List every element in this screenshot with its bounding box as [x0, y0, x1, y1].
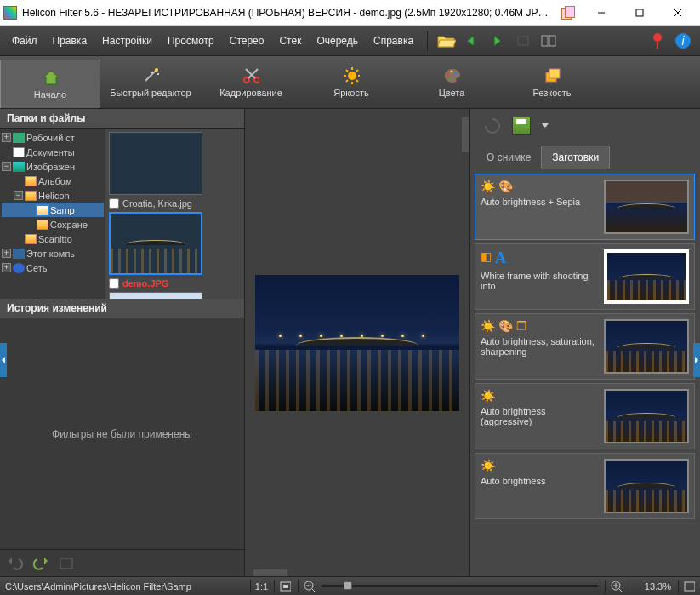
horizontal-scrollbar[interactable]: [253, 569, 287, 576]
fullscreen-button[interactable]: [678, 580, 695, 593]
sun-icon: [343, 67, 360, 84]
svg-line-21: [346, 70, 348, 72]
right-edge-handle[interactable]: [693, 343, 700, 377]
thumbnail-image: [109, 212, 202, 275]
preset-item[interactable]: ◧ A White frame with shooting info: [475, 243, 695, 310]
open-folder-icon[interactable]: [435, 29, 458, 53]
menu-stereo[interactable]: Стерео: [223, 31, 271, 50]
tree-pictures[interactable]: −Изображен: [2, 159, 104, 174]
forward-arrow-icon[interactable]: [486, 29, 509, 53]
tree-computer[interactable]: +Этот компь: [2, 246, 104, 260]
zoom-out-button[interactable]: [298, 580, 315, 593]
menu-stack[interactable]: Стек: [272, 31, 308, 50]
history-header: История изменений: [0, 299, 244, 318]
tab-presets[interactable]: Заготовки: [541, 146, 610, 169]
menu-file[interactable]: Файл: [5, 31, 44, 50]
tab-start[interactable]: Начало: [0, 60, 100, 108]
folder-browser: +Рабочий ст Документы −Изображен Альбом …: [0, 129, 244, 299]
preset-thumbnail: [604, 249, 689, 304]
zoom-slider[interactable]: [322, 585, 598, 587]
menu-view[interactable]: Просмотр: [161, 31, 221, 50]
redo-icon[interactable]: [32, 556, 49, 571]
thumbnail-checkbox[interactable]: [109, 198, 119, 209]
tab-about-image[interactable]: О снимке: [476, 146, 541, 169]
pin-icon[interactable]: [646, 29, 669, 53]
tab-quick-editor[interactable]: Быстрый редактор: [100, 56, 201, 108]
menu-help[interactable]: Справка: [367, 31, 420, 50]
tree-network[interactable]: +Сеть: [2, 260, 104, 275]
right-tabs: О снимке Заготовки: [470, 143, 700, 169]
vertical-scrollbar[interactable]: [462, 117, 469, 152]
maximize-button[interactable]: [620, 1, 658, 25]
tab-sharpness[interactable]: Резкость: [502, 56, 602, 108]
presets-list[interactable]: ☀️ 🎨 Auto brightness + Sepia ◧ A White f…: [470, 169, 700, 576]
folders-header: Папки и файлы: [0, 109, 244, 129]
zoom-slider-knob[interactable]: [344, 581, 352, 590]
info-icon[interactable]: i: [671, 29, 695, 53]
palette-icon: [443, 67, 460, 84]
thumbnail-item[interactable]: [109, 292, 204, 299]
tab-crop[interactable]: Кадрирование: [201, 56, 301, 108]
zoom-fit-button[interactable]: [274, 580, 291, 593]
rotate-icon[interactable]: [483, 117, 502, 135]
tree-album[interactable]: Альбом: [2, 174, 104, 188]
svg-point-26: [451, 70, 453, 72]
tab-quick-label: Быстрый редактор: [110, 88, 191, 98]
svg-point-12: [151, 72, 153, 73]
wand-icon: [142, 67, 159, 84]
tree-documents[interactable]: Документы: [2, 145, 104, 159]
home-icon: [42, 69, 59, 86]
left-edge-handle[interactable]: [0, 343, 7, 377]
thumbnail-checkbox[interactable]: [109, 278, 119, 289]
svg-rect-4: [518, 37, 528, 45]
reset-icon[interactable]: [58, 556, 75, 571]
app-icon: [3, 6, 17, 20]
preset-thumbnail: [604, 459, 689, 513]
svg-rect-6: [549, 36, 555, 46]
preset-name: White frame with shooting info: [481, 271, 599, 291]
save-button[interactable]: [512, 117, 531, 135]
preset-item[interactable]: ☀️ Auto brightness (aggressive): [475, 383, 695, 449]
menu-settings[interactable]: Настройки: [95, 31, 159, 50]
zoom-actual-button[interactable]: 1:1: [250, 580, 267, 593]
title-bar: Helicon Filter 5.6 - НЕЗАРЕГИСТРИРОВАННА…: [0, 0, 700, 26]
thumbnail-filename: Croatia, Krka.jpg: [122, 198, 192, 209]
preset-name: Auto brightness: [481, 476, 599, 486]
tree-samples[interactable]: Samp: [2, 203, 104, 217]
tree-saved[interactable]: Сохране: [2, 217, 104, 232]
tree-desktop[interactable]: +Рабочий ст: [2, 130, 104, 145]
svg-point-7: [653, 33, 662, 42]
compare-icon[interactable]: [537, 29, 561, 53]
tree-scanitto[interactable]: Scanitto: [2, 232, 104, 246]
thumbnail-list[interactable]: Croatia, Krka.jpg demo.JPG: [105, 129, 244, 299]
copy-icon[interactable]: [561, 6, 575, 20]
preset-item[interactable]: ☀️ 🎨 ❐ Auto brightness, saturation, shar…: [475, 313, 695, 380]
thumbnail-item[interactable]: Croatia, Krka.jpg: [109, 132, 204, 209]
undo-icon[interactable]: [7, 556, 24, 571]
tab-colors[interactable]: Цвета: [401, 56, 502, 108]
tree-helicon[interactable]: −Helicon: [2, 188, 104, 203]
menu-edit[interactable]: Правка: [46, 31, 94, 50]
folder-tree[interactable]: +Рабочий ст Документы −Изображен Альбом …: [0, 129, 105, 299]
status-path: C:\Users\Admin\Pictures\Helicon Filter\S…: [5, 581, 243, 592]
preset-item[interactable]: ☀️ Auto brightness: [475, 453, 695, 519]
back-arrow-icon[interactable]: [460, 29, 484, 53]
scissors-icon: [242, 67, 259, 84]
tab-brightness[interactable]: Яркость: [301, 56, 401, 108]
tab-crop-label: Кадрирование: [219, 88, 282, 98]
zoom-in-button[interactable]: [605, 580, 622, 593]
sun-icon: ☀️: [481, 389, 495, 403]
menu-queue[interactable]: Очередь: [310, 31, 365, 50]
svg-rect-30: [549, 69, 560, 78]
thumbnail-item[interactable]: demo.JPG: [109, 212, 204, 289]
palette-icon: 🎨: [498, 319, 513, 333]
disabled-tool-icon: [511, 29, 535, 53]
preset-item[interactable]: ☀️ 🎨 Auto brightness + Sepia: [475, 174, 695, 240]
minimize-button[interactable]: [582, 1, 620, 25]
close-button[interactable]: [658, 1, 697, 25]
dropdown-arrow-icon[interactable]: [541, 123, 549, 129]
svg-rect-41: [685, 582, 695, 591]
preview-area[interactable]: [245, 109, 469, 576]
svg-point-25: [447, 73, 450, 76]
preset-thumbnail: [604, 389, 689, 443]
